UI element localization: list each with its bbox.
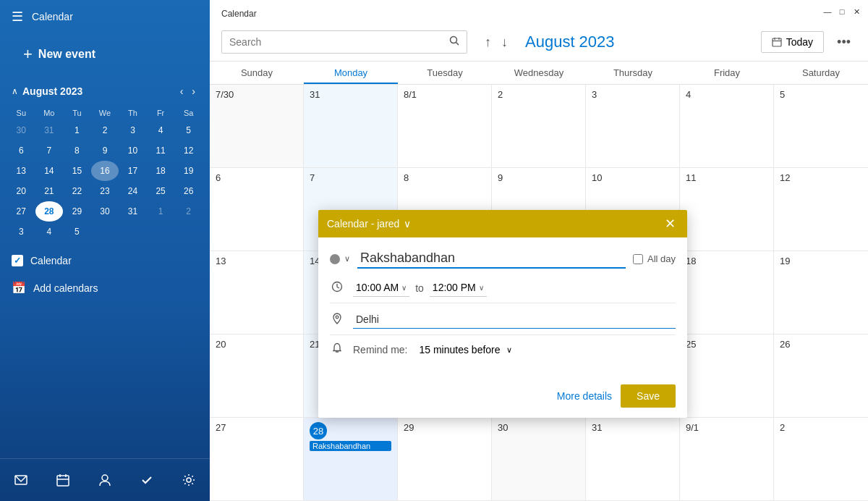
- event-rakshabandhan[interactable]: Rakshabandhan: [310, 441, 391, 451]
- mini-cal-day[interactable]: 27: [7, 201, 35, 222]
- nav-up-button[interactable]: ↑: [482, 32, 494, 53]
- mini-cal-day[interactable]: 19: [174, 161, 203, 181]
- new-event-button[interactable]: + New event: [12, 39, 198, 70]
- nav-down-button[interactable]: ↓: [498, 32, 511, 53]
- mini-cal-day[interactable]: 2: [174, 201, 203, 222]
- mini-cal-day[interactable]: 11: [147, 140, 175, 161]
- cal-cell-2-sep[interactable]: 2: [774, 418, 868, 501]
- cal-cell-11[interactable]: 11: [680, 168, 774, 251]
- more-options-button[interactable]: •••: [831, 32, 856, 53]
- mini-cal-day[interactable]: 1: [147, 201, 175, 222]
- close-button[interactable]: ✕: [851, 6, 862, 17]
- cal-cell-19[interactable]: 19: [774, 251, 868, 334]
- mini-cal-day[interactable]: 14: [35, 161, 64, 181]
- cal-cell-6[interactable]: 6: [210, 168, 304, 251]
- search-input[interactable]: [229, 36, 443, 48]
- nav-calendar-button[interactable]: [51, 468, 75, 492]
- mini-cal-day[interactable]: 4: [35, 222, 64, 242]
- remind-dropdown[interactable]: 15 minutes before ∨: [419, 344, 511, 355]
- mini-cal-day[interactable]: 6: [7, 140, 35, 161]
- mini-cal-day[interactable]: 8: [63, 140, 91, 161]
- cal-cell-31[interactable]: 31: [304, 85, 398, 168]
- color-chevron[interactable]: ∨: [344, 254, 350, 264]
- cal-cell-26[interactable]: 26: [774, 334, 868, 418]
- mini-cal-day[interactable]: 20: [7, 181, 35, 201]
- mini-cal-day[interactable]: 4: [147, 120, 175, 140]
- mini-cal-day[interactable]: 13: [7, 161, 35, 181]
- cal-cell-13[interactable]: 13: [210, 251, 304, 334]
- mini-cal-day[interactable]: 12: [174, 140, 203, 161]
- mini-cal-day[interactable]: 7: [35, 140, 64, 161]
- cal-cell-20[interactable]: 20: [210, 334, 304, 418]
- color-selector[interactable]: ∨: [330, 254, 350, 264]
- mini-cal-day[interactable]: 3: [7, 222, 35, 242]
- cal-cell-30-other[interactable]: 30: [492, 418, 586, 501]
- mini-cal-day[interactable]: 5: [174, 120, 203, 140]
- sidebar-calendar-item[interactable]: ✓ Calendar: [0, 248, 210, 274]
- search-icon[interactable]: [449, 35, 459, 49]
- mini-cal-day[interactable]: 5: [63, 222, 91, 242]
- event-title-input[interactable]: [357, 249, 626, 269]
- mini-calendar-prev[interactable]: ‹: [177, 84, 187, 98]
- calendar-month-title: August 2023: [525, 33, 746, 51]
- mini-cal-day-selected[interactable]: 28: [35, 201, 64, 222]
- popup-close-button[interactable]: ✕: [662, 216, 678, 232]
- mini-cal-day[interactable]: 31: [35, 120, 64, 140]
- mini-cal-day[interactable]: 30: [91, 201, 119, 222]
- mini-calendar-next[interactable]: ›: [189, 84, 198, 98]
- mini-calendar-title[interactable]: ∧ August 2023: [12, 85, 82, 97]
- mini-cal-day[interactable]: 30: [7, 120, 35, 140]
- cal-cell-28-selected[interactable]: 28 Rakshabandhan: [304, 418, 398, 501]
- nav-people-button[interactable]: [93, 468, 117, 492]
- nav-mail-button[interactable]: [9, 468, 33, 492]
- cal-cell-3[interactable]: 3: [586, 85, 680, 168]
- mini-cal-day[interactable]: 21: [35, 181, 64, 201]
- location-input[interactable]: [353, 311, 676, 329]
- cal-cell-31-aug[interactable]: 31: [586, 418, 680, 501]
- cal-cell-27[interactable]: 27: [210, 418, 304, 501]
- calendar-selector[interactable]: Calendar - jared ∨: [327, 218, 411, 230]
- mini-cal-day[interactable]: 25: [147, 181, 175, 201]
- time-to-dropdown[interactable]: 12:00 PM ∨: [430, 279, 487, 297]
- cal-cell-81[interactable]: 8/1: [398, 85, 492, 168]
- mini-cal-day[interactable]: 3: [119, 120, 147, 140]
- nav-settings-button[interactable]: [176, 468, 201, 492]
- mini-cal-day[interactable]: 2: [91, 120, 119, 140]
- cal-cell-5[interactable]: 5: [774, 85, 868, 168]
- mini-cal-day[interactable]: 9: [91, 140, 119, 161]
- time-from-dropdown[interactable]: 10:00 AM ∨: [353, 279, 409, 297]
- cal-cell-18[interactable]: 18: [680, 251, 774, 334]
- more-details-button[interactable]: More details: [557, 390, 612, 402]
- cal-cell-29[interactable]: 29: [398, 418, 492, 501]
- mini-cal-day-16[interactable]: 16: [91, 161, 119, 181]
- cal-cell-4[interactable]: 4: [680, 85, 774, 168]
- mini-cal-day[interactable]: 29: [63, 201, 91, 222]
- mini-cal-day[interactable]: 31: [119, 201, 147, 222]
- cal-cell-25[interactable]: 25: [680, 334, 774, 418]
- cal-cell-12[interactable]: 12: [774, 168, 868, 251]
- mini-calendar-collapse-icon[interactable]: ∧: [12, 86, 18, 96]
- mini-cal-day[interactable]: 10: [119, 140, 147, 161]
- add-calendar-button[interactable]: 📅 Add calendars: [0, 274, 210, 302]
- save-button[interactable]: Save: [621, 384, 676, 408]
- mini-cal-day[interactable]: 26: [174, 181, 203, 201]
- mini-cal-day[interactable]: 23: [91, 181, 119, 201]
- calendar-checkbox[interactable]: ✓: [12, 255, 23, 266]
- maximize-button[interactable]: □: [836, 6, 848, 17]
- mini-cal-day[interactable]: 18: [147, 161, 175, 181]
- today-button[interactable]: Today: [761, 31, 824, 53]
- allday-checkbox[interactable]: [633, 254, 643, 264]
- mini-cal-day[interactable]: 1: [63, 120, 91, 140]
- cal-cell-2[interactable]: 2: [492, 85, 586, 168]
- hamburger-icon[interactable]: ☰: [12, 9, 23, 25]
- nav-tasks-button[interactable]: [135, 468, 159, 492]
- calendar-selector-label: Calendar - jared: [327, 218, 399, 230]
- mini-cal-day[interactable]: 15: [63, 161, 91, 181]
- mini-cal-day[interactable]: 24: [119, 181, 147, 201]
- minimize-button[interactable]: —: [822, 6, 833, 17]
- cal-cell-730[interactable]: 7/30: [210, 85, 304, 168]
- mini-cal-day[interactable]: 22: [63, 181, 91, 201]
- search-box[interactable]: [221, 30, 467, 54]
- cal-cell-91[interactable]: 9/1: [680, 418, 774, 501]
- mini-cal-day[interactable]: 17: [119, 161, 147, 181]
